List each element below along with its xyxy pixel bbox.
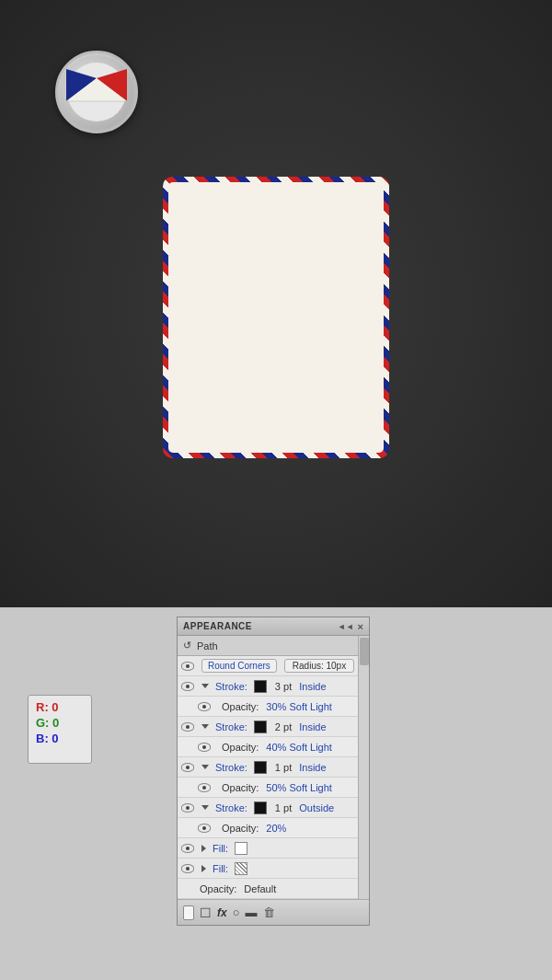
expand-fill1-icon[interactable] (201, 845, 206, 852)
color-g-value: G: 0 (36, 716, 84, 730)
color-b-value: B: 0 (36, 732, 84, 745)
stroke2-swatch[interactable] (254, 721, 267, 733)
scrollbar[interactable] (358, 636, 369, 899)
opacity4-value[interactable]: 20% (266, 823, 286, 834)
envelope-inner (174, 188, 378, 447)
opacity-main-label: Opacity: (181, 883, 236, 894)
color-swatch: R: 0 G: 0 B: 0 (28, 695, 92, 764)
opacity1-label: Opacity: (218, 701, 259, 712)
expand-stroke1-icon[interactable] (201, 684, 209, 688)
panel-path-header: ↺ Path (178, 636, 369, 656)
round-corners-button[interactable]: Round Corners (201, 659, 277, 673)
fill1-label[interactable]: Fill: (213, 843, 228, 854)
opacity-2-row: Opacity: 40% Soft Light (178, 737, 369, 757)
envelope (166, 179, 386, 455)
opacity-1-row: Opacity: 30% Soft Light (178, 697, 369, 717)
fill-2-row: Fill: (178, 859, 369, 879)
eye-icon-opacity4[interactable] (198, 824, 211, 833)
bottom-panel: R: 0 G: 0 B: 0 APPEARANCE ◄◄ × ↺ Path Ro… (0, 607, 552, 980)
eye-icon-opacity1[interactable] (198, 702, 211, 711)
fx-button[interactable]: fx (217, 906, 227, 919)
fill-1-row: Fill: (178, 838, 369, 859)
opacity1-value[interactable]: 30% Soft Light (266, 701, 332, 712)
fill2-label[interactable]: Fill: (213, 863, 228, 874)
eye-icon-stroke1[interactable] (181, 682, 194, 691)
stroke2-label[interactable]: Stroke: (215, 721, 247, 732)
stroke1-label[interactable]: Stroke: (215, 681, 247, 692)
expand-stroke2-icon[interactable] (201, 724, 209, 729)
stroke2-pt: 2 pt (275, 721, 292, 732)
opacity3-label: Opacity: (218, 782, 259, 793)
circle-toolbar-icon[interactable]: ○ (233, 905, 240, 919)
panel-controls: ◄◄ × (338, 621, 363, 632)
stroke1-pt: 3 pt (275, 681, 292, 692)
stroke2-pos: Inside (299, 721, 326, 732)
eye-icon-stroke3[interactable] (181, 763, 194, 772)
circle-icon (55, 51, 138, 133)
canvas-area (0, 0, 552, 607)
eye-icon-opacity3[interactable] (198, 783, 211, 792)
stroke3-swatch[interactable] (254, 761, 267, 774)
stroke4-label[interactable]: Stroke: (215, 802, 247, 813)
expand-stroke3-icon[interactable] (201, 765, 209, 769)
opacity-main-value[interactable]: Default (244, 883, 276, 894)
stroke4-pos: Outside (299, 802, 334, 813)
stroke1-swatch[interactable] (254, 680, 267, 693)
opacity2-value[interactable]: 40% Soft Light (266, 742, 332, 753)
opacity4-label: Opacity: (218, 823, 259, 834)
eye-icon-stroke4[interactable] (181, 803, 194, 813)
round-corners-row: Round Corners Radius: 10px (178, 656, 369, 676)
opacity3-value[interactable]: 50% Soft Light (266, 782, 332, 793)
radius-value[interactable]: Radius: 10px (284, 659, 354, 673)
refresh-icon[interactable]: ↺ (183, 640, 191, 651)
panel-arrows[interactable]: ◄◄ (338, 622, 354, 631)
stroke4-pt: 1 pt (275, 802, 292, 813)
eye-icon-fill1[interactable] (181, 844, 194, 853)
anchor-icon[interactable] (183, 905, 194, 920)
opacity-4-row: Opacity: 20% (178, 818, 369, 838)
fill1-swatch[interactable] (235, 842, 247, 855)
panel-close-button[interactable]: × (358, 621, 363, 632)
eye-icon-stroke2[interactable] (181, 722, 194, 732)
appearance-panel: APPEARANCE ◄◄ × ↺ Path Round Corners Rad… (177, 617, 370, 926)
opacity2-label: Opacity: (218, 742, 259, 753)
path-label: Path (197, 640, 218, 651)
color-r-value: R: 0 (36, 700, 84, 714)
stroke4-swatch[interactable] (254, 801, 267, 814)
checkbox-icon[interactable]: ☐ (200, 905, 212, 920)
stroke-4-row: Stroke: 1 pt Outside (178, 798, 369, 818)
panel-toolbar: ☐ fx ○ ▬ 🗑 (178, 899, 369, 925)
opacity-main-row: Opacity: Default (178, 879, 369, 899)
expand-stroke4-icon[interactable] (201, 805, 209, 810)
panel-titlebar: APPEARANCE ◄◄ × (178, 617, 369, 636)
opacity-3-row: Opacity: 50% Soft Light (178, 778, 369, 798)
stroke-1-row: Stroke: 3 pt Inside (178, 676, 369, 697)
stroke3-pt: 1 pt (275, 762, 292, 773)
scroll-thumb[interactable] (360, 638, 369, 665)
bar-toolbar-icon[interactable]: ▬ (246, 905, 258, 919)
expand-fill2-icon[interactable] (201, 865, 206, 872)
fill2-swatch[interactable] (235, 862, 247, 875)
eye-icon-opacity2[interactable] (198, 743, 211, 752)
stroke3-pos: Inside (299, 762, 326, 773)
stroke1-pos: Inside (299, 681, 326, 692)
stroke-2-row: Stroke: 2 pt Inside (178, 717, 369, 737)
envelope-container (166, 179, 386, 455)
eye-icon-fill2[interactable] (181, 864, 194, 873)
trash-toolbar-icon[interactable]: 🗑 (263, 905, 275, 919)
eye-icon[interactable] (181, 662, 194, 671)
stroke-3-row: Stroke: 1 pt Inside (178, 757, 369, 778)
stroke3-label[interactable]: Stroke: (215, 762, 247, 773)
panel-title: APPEARANCE (183, 621, 252, 631)
